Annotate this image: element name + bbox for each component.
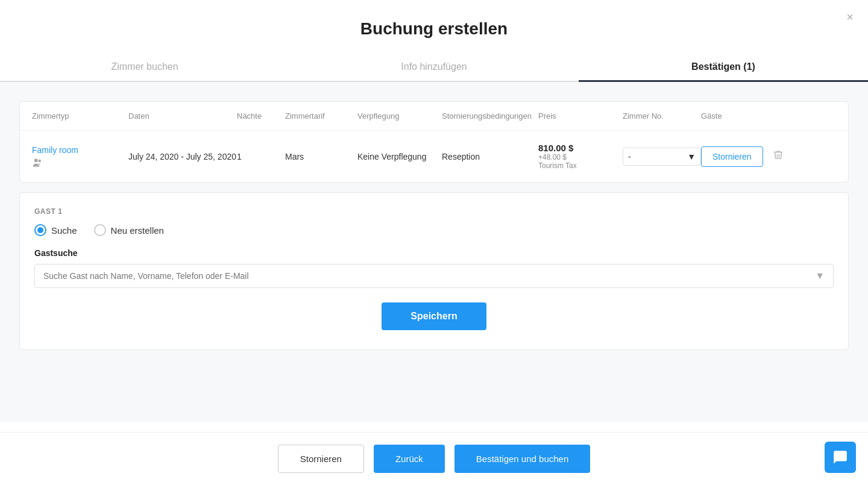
chat-icon: [832, 449, 848, 465]
radio-suche-circle: [34, 224, 46, 236]
room-no-select[interactable]: - ▼: [623, 148, 701, 166]
booking-table: Zimmertyp Daten Nächte Zimmertarif Verpf…: [19, 101, 849, 183]
room-no-value: -: [628, 152, 631, 161]
search-input[interactable]: [43, 271, 815, 281]
row-delete-button[interactable]: [773, 149, 784, 163]
header-daten: Daten: [128, 111, 237, 120]
footer-stornieren-button[interactable]: Stornieren: [278, 445, 364, 473]
svg-point-1: [39, 159, 42, 162]
person-icon-1: [32, 157, 43, 168]
tabs-container: Zimmer buchen Info hinzufügen Bestätigen…: [0, 53, 868, 82]
tab-bestatigen[interactable]: Bestätigen (1): [579, 53, 868, 81]
header-verpflegung: Verpflegung: [357, 111, 442, 120]
content-area: Zimmertyp Daten Nächte Zimmertarif Verpf…: [0, 82, 868, 422]
header-zimmertyp: Zimmertyp: [32, 111, 128, 120]
header-nachte: Nächte: [237, 111, 285, 120]
svg-point-0: [34, 158, 38, 162]
radio-neu[interactable]: Neu erstellen: [94, 224, 164, 236]
chat-button[interactable]: [825, 442, 856, 473]
actions-cell: Stornieren: [701, 146, 773, 167]
search-chevron-icon: ▼: [815, 271, 825, 281]
modal: × Buchung erstellen Zimmer buchen Info h…: [0, 0, 868, 485]
price-main: 810.00 $: [538, 143, 623, 153]
price-tax-label: Tourism Tax: [538, 161, 623, 170]
speichern-button[interactable]: Speichern: [382, 302, 486, 330]
price-cell: 810.00 $ +48.00 $ Tourism Tax: [538, 143, 623, 170]
tab-info-hinzufuegen[interactable]: Info hinzufügen: [289, 53, 579, 81]
tab-zimmer-buchen[interactable]: Zimmer buchen: [0, 53, 289, 81]
trash-icon: [773, 149, 784, 160]
gastsuche-label: Gastsuche: [34, 248, 834, 258]
verpflegung-cell: Keine Verpflegung: [357, 152, 442, 161]
room-type-cell: Family room: [32, 145, 128, 168]
footer-zuruck-button[interactable]: Zurück: [374, 445, 445, 473]
radio-suche[interactable]: Suche: [34, 224, 77, 236]
guest-label: GAST 1: [34, 207, 834, 216]
header-preis: Preis: [538, 111, 623, 120]
table-row: Family room July 24, 2020 - July 25, 202…: [20, 131, 848, 182]
radio-group: Suche Neu erstellen: [34, 224, 834, 236]
price-tax: +48.00 $: [538, 153, 623, 161]
header-zimmer-no: Zimmer No.: [623, 111, 701, 120]
footer-bestatigen-button[interactable]: Bestätigen und buchen: [454, 445, 590, 473]
stornierung-cell: Reseption: [442, 152, 538, 161]
tarif-cell: Mars: [285, 152, 357, 161]
header-stornierung: Stornierungsbedingungen: [442, 111, 538, 120]
nights-cell: 1: [237, 152, 285, 161]
search-input-wrapper: ▼: [34, 264, 834, 288]
modal-title: Buchung erstellen: [0, 0, 868, 53]
close-button[interactable]: ×: [846, 11, 854, 23]
room-type-link[interactable]: Family room: [32, 145, 128, 155]
room-no-chevron: ▼: [687, 152, 696, 161]
header-gaste: Gäste: [701, 111, 773, 120]
footer: Stornieren Zurück Bestätigen und buchen: [0, 432, 868, 485]
room-icon: [32, 157, 128, 168]
save-btn-row: Speichern: [34, 302, 834, 330]
guest-section: GAST 1 Suche Neu erstellen Gastsuche ▼ S…: [19, 192, 849, 350]
header-zimmertarif: Zimmertarif: [285, 111, 357, 120]
radio-neu-circle: [94, 224, 106, 236]
radio-suche-label: Suche: [51, 225, 77, 236]
table-header: Zimmertyp Daten Nächte Zimmertarif Verpf…: [20, 102, 848, 131]
room-no-cell: - ▼: [623, 148, 701, 166]
dates-cell: July 24, 2020 - July 25, 2020: [128, 152, 237, 161]
row-stornieren-button[interactable]: Stornieren: [701, 146, 763, 167]
radio-neu-label: Neu erstellen: [111, 225, 164, 236]
